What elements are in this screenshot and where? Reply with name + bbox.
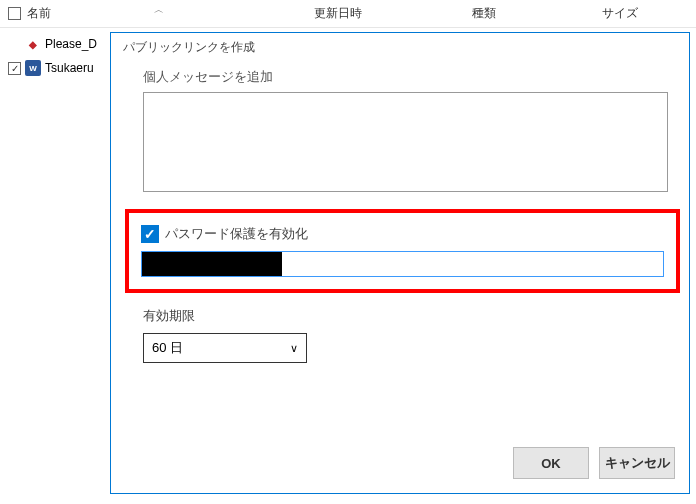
pdf-icon: ◆: [25, 36, 41, 52]
public-link-dialog: パブリックリンクを作成 個人メッセージを追加 パスワード保護を有効化 有効期限 …: [110, 32, 690, 494]
expiry-section: 有効期限 60 日 ∨: [143, 307, 677, 363]
column-header-type[interactable]: 種類: [468, 5, 598, 22]
password-protection-checkbox[interactable]: [141, 225, 159, 243]
column-header-date[interactable]: 更新日時: [310, 5, 468, 22]
cancel-button[interactable]: キャンセル: [599, 447, 675, 479]
password-checkbox-row: パスワード保護を有効化: [141, 225, 664, 243]
file-name-label: Tsukaeru: [45, 61, 94, 75]
chevron-down-icon: ∨: [290, 342, 298, 355]
select-all-checkbox[interactable]: [8, 7, 21, 20]
expiry-selected-value: 60 日: [152, 339, 183, 357]
file-name-label: Please_D: [45, 37, 97, 51]
column-name-label: 名前: [27, 5, 51, 22]
password-mask-icon: [142, 252, 282, 276]
expiry-label: 有効期限: [143, 307, 677, 325]
column-header-name[interactable]: 名前 ︿: [0, 5, 310, 22]
password-highlight-box: パスワード保護を有効化: [125, 209, 680, 293]
row-checkbox[interactable]: [8, 62, 21, 75]
dialog-button-row: OK キャンセル: [513, 447, 675, 479]
personal-message-textarea[interactable]: [143, 92, 668, 192]
ok-button[interactable]: OK: [513, 447, 589, 479]
column-header-size[interactable]: サイズ: [598, 5, 688, 22]
dialog-title: パブリックリンクを作成: [123, 39, 677, 56]
password-checkbox-label: パスワード保護を有効化: [165, 225, 308, 243]
message-section-label: 個人メッセージを追加: [143, 68, 677, 86]
password-input[interactable]: [141, 251, 664, 277]
expiry-select[interactable]: 60 日 ∨: [143, 333, 307, 363]
word-icon: W: [25, 60, 41, 76]
sort-chevron-icon: ︿: [154, 3, 164, 17]
column-headers-row: 名前 ︿ 更新日時 種類 サイズ: [0, 0, 696, 28]
